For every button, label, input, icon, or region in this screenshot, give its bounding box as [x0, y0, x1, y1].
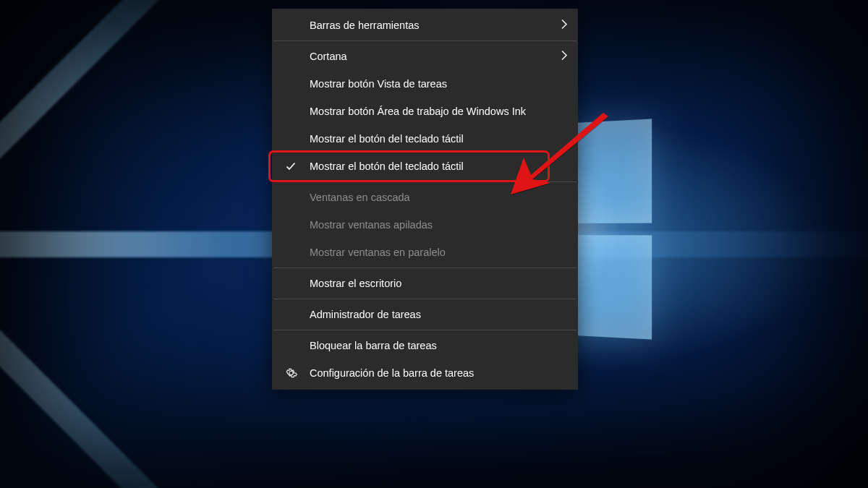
menu-item-taskbar-settings[interactable]: Configuración de la barra de tareas [272, 359, 578, 387]
menu-item-show-windows-stacked: Mostrar ventanas apiladas [272, 211, 578, 239]
menu-item-show-windows-side-by-side: Mostrar ventanas en paralelo [272, 239, 578, 266]
menu-separator [273, 299, 576, 299]
menu-separator [273, 267, 576, 268]
menu-item-label: Bloquear la barra de tareas [310, 340, 437, 351]
menu-item-lock-taskbar[interactable]: Bloquear la barra de tareas [272, 332, 578, 359]
menu-item-show-windows-ink-workspace-button[interactable]: Mostrar botón Área de trabajo de Windows… [272, 98, 578, 125]
menu-item-show-task-view-button[interactable]: Mostrar botón Vista de tareas [272, 70, 578, 98]
menu-item-label: Mostrar botón Área de trabajo de Windows… [310, 106, 526, 117]
menu-item-label: Mostrar el botón del teclado táctil [310, 133, 464, 145]
menu-item-cortana[interactable]: Cortana [272, 43, 578, 70]
chevron-right-icon [561, 50, 568, 64]
menu-item-show-desktop[interactable]: Mostrar el escritorio [272, 270, 578, 297]
chevron-right-icon [561, 19, 568, 33]
menu-item-label: Mostrar botón Vista de tareas [310, 78, 447, 90]
menu-item-label: Mostrar ventanas apiladas [310, 219, 433, 231]
menu-item-label: Cortana [310, 51, 347, 62]
menu-separator [273, 40, 576, 41]
menu-item-cascade-windows: Ventanas en cascada [272, 184, 578, 211]
menu-item-label: Mostrar el botón del teclado táctil [310, 160, 464, 172]
menu-separator [273, 181, 576, 182]
menu-item-label: Barras de herramientas [310, 20, 420, 31]
menu-item-label: Ventanas en cascada [310, 192, 410, 203]
menu-item-show-touch-keyboard-button[interactable]: Mostrar el botón del teclado táctil [272, 125, 578, 153]
menu-item-show-touch-keyboard-button-checked[interactable]: Mostrar el botón del teclado táctil [272, 153, 578, 180]
menu-separator [273, 330, 576, 330]
taskbar-context-menu: Barras de herramientas Cortana Mostrar b… [272, 9, 578, 390]
menu-item-label: Administrador de tareas [310, 309, 421, 320]
menu-item-task-manager[interactable]: Administrador de tareas [272, 301, 578, 328]
menu-item-toolbars[interactable]: Barras de herramientas [272, 12, 578, 39]
menu-item-label: Mostrar ventanas en paralelo [310, 247, 446, 258]
checkmark-icon [285, 160, 297, 172]
gear-icon [285, 367, 297, 380]
menu-item-label: Mostrar el escritorio [310, 278, 401, 289]
menu-item-label: Configuración de la barra de tareas [310, 367, 474, 379]
